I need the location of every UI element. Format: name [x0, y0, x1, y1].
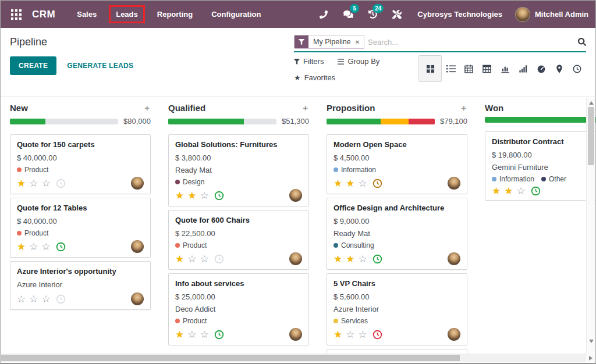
- activity-clock-icon[interactable]: [372, 254, 382, 264]
- priority-star[interactable]: ★: [187, 191, 196, 201]
- facet-remove-icon[interactable]: ✕: [355, 35, 364, 48]
- column-progressbar[interactable]: [168, 119, 276, 124]
- kanban-card[interactable]: Distributor Contract $ 19,800.00 Gemini …: [485, 131, 595, 201]
- activity-clock-icon[interactable]: [214, 191, 224, 201]
- activity-clock-icon[interactable]: [56, 242, 66, 252]
- activity-clock-icon[interactable]: [531, 186, 541, 196]
- priority-star[interactable]: ☆: [187, 330, 196, 340]
- priority-star[interactable]: ★: [175, 254, 184, 264]
- debug-tools-button[interactable]: [387, 6, 407, 23]
- apps-menu-icon[interactable]: [9, 7, 24, 22]
- priority-star[interactable]: ★: [17, 179, 26, 188]
- messages-button[interactable]: 5: [338, 6, 358, 23]
- column-progressbar[interactable]: [10, 119, 118, 124]
- priority-star[interactable]: ★: [334, 179, 342, 188]
- scrollbar-corner[interactable]: [586, 354, 595, 362]
- kanban-card[interactable]: Quote for 12 Tables $ 40,000.00 Product …: [10, 198, 151, 258]
- nav-item-leads[interactable]: Leads: [109, 5, 145, 23]
- activity-clock-icon[interactable]: [56, 294, 66, 304]
- generate-leads-button[interactable]: GENERATE LEADS: [67, 62, 133, 70]
- priority-star[interactable]: ★: [346, 254, 354, 264]
- priority-star[interactable]: ★: [504, 186, 513, 196]
- priority-star[interactable]: ★: [334, 254, 342, 264]
- scroll-down-arrow[interactable]: [589, 340, 594, 343]
- priority-star[interactable]: ★: [492, 186, 501, 196]
- kanban-card[interactable]: Office Design and Architecture $ 9,000.0…: [327, 198, 467, 270]
- quick-add-button[interactable]: +: [460, 103, 467, 113]
- create-button[interactable]: CREATE: [10, 56, 56, 75]
- priority-star[interactable]: ☆: [346, 330, 354, 340]
- priority-star[interactable]: ☆: [17, 294, 26, 304]
- scroll-up-arrow[interactable]: [589, 101, 594, 105]
- scroll-right-arrow[interactable]: [589, 356, 593, 361]
- view-map-button[interactable]: [550, 55, 568, 82]
- progress-segment[interactable]: [485, 117, 595, 123]
- view-list-button[interactable]: [442, 55, 460, 82]
- view-calendar-button[interactable]: [460, 55, 478, 82]
- priority-star[interactable]: ☆: [359, 330, 367, 340]
- kanban-card[interactable]: Modern Open Space $ 4,500.00 Information…: [327, 134, 467, 194]
- company-switcher[interactable]: Cybrosys Technologies: [417, 10, 502, 19]
- vertical-scroll-thumb[interactable]: [588, 107, 594, 165]
- activity-clock-icon[interactable]: [214, 254, 224, 264]
- phone-button[interactable]: [314, 6, 334, 23]
- priority-star[interactable]: ☆: [200, 330, 209, 340]
- horizontal-scrollbar[interactable]: [1, 354, 587, 362]
- vertical-scrollbar[interactable]: [586, 98, 595, 355]
- view-activity-button[interactable]: [568, 55, 586, 82]
- priority-star[interactable]: ☆: [200, 254, 209, 264]
- user-menu[interactable]: Mitchell Admin: [515, 7, 588, 22]
- priority-star[interactable]: ★: [17, 242, 26, 252]
- activity-clock-icon[interactable]: [56, 179, 66, 188]
- priority-star[interactable]: ☆: [42, 294, 51, 304]
- column-progressbar[interactable]: [485, 117, 595, 123]
- view-pivot-button[interactable]: [478, 55, 496, 82]
- search-icon[interactable]: [578, 38, 586, 46]
- activity-clock-icon[interactable]: [372, 330, 382, 340]
- kanban-card[interactable]: Global Solutions: Furnitures $ 3,800.00 …: [168, 134, 309, 206]
- activity-clock-icon[interactable]: [214, 330, 224, 340]
- priority-star[interactable]: ☆: [517, 186, 526, 196]
- priority-star[interactable]: ☆: [359, 179, 367, 188]
- priority-star[interactable]: ★: [175, 191, 184, 201]
- nav-item-reporting[interactable]: Reporting: [151, 6, 199, 22]
- progress-segment[interactable]: [381, 119, 409, 124]
- priority-star[interactable]: ★: [334, 330, 342, 340]
- quick-add-button[interactable]: +: [143, 103, 151, 113]
- nav-item-configuration[interactable]: Configuration: [205, 6, 267, 22]
- favorites-menu[interactable]: ★ Favorites: [294, 73, 335, 82]
- kanban-card[interactable]: Azure Interior's opportunity Azure Inter…: [10, 261, 151, 310]
- kanban-card[interactable]: Quote for 600 Chairs $ 22,500.00 Product…: [168, 210, 309, 270]
- priority-star[interactable]: ☆: [29, 242, 38, 252]
- kanban-card[interactable]: Info about services $ 25,000.00 Deco Add…: [168, 273, 309, 345]
- search-input[interactable]: [368, 38, 574, 47]
- priority-star[interactable]: ★: [346, 179, 354, 188]
- priority-star[interactable]: ☆: [42, 242, 51, 252]
- activities-button[interactable]: 24: [363, 6, 382, 23]
- filters-menu[interactable]: Filters: [294, 57, 324, 66]
- priority-star[interactable]: ☆: [29, 294, 38, 304]
- priority-star[interactable]: ★: [175, 330, 184, 340]
- progress-segment[interactable]: [327, 119, 381, 124]
- view-dashboard-button[interactable]: [532, 55, 550, 82]
- horizontal-scroll-thumb[interactable]: [1, 355, 460, 361]
- app-brand[interactable]: CRM: [32, 9, 55, 20]
- activity-clock-icon[interactable]: [372, 179, 382, 188]
- priority-star[interactable]: ☆: [187, 254, 196, 264]
- kanban-card[interactable]: Quote for 150 carpets $ 40,000.00 Produc…: [10, 134, 151, 194]
- priority-star[interactable]: ☆: [200, 191, 209, 201]
- view-cohort-button[interactable]: [514, 55, 532, 82]
- priority-star[interactable]: ☆: [359, 254, 367, 264]
- quick-add-button[interactable]: +: [301, 103, 309, 113]
- progress-segment[interactable]: [10, 119, 45, 124]
- priority-star[interactable]: ☆: [42, 179, 51, 188]
- view-kanban-button[interactable]: [418, 55, 442, 82]
- kanban-card[interactable]: 5 VP Chairs $ 5,600.00 Azure Interior Se…: [327, 273, 467, 345]
- nav-item-sales[interactable]: Sales: [70, 6, 103, 22]
- progress-segment[interactable]: [168, 119, 244, 124]
- group-by-menu[interactable]: Group By: [338, 57, 379, 66]
- column-progressbar[interactable]: [327, 119, 435, 124]
- progress-segment[interactable]: [409, 119, 435, 124]
- priority-star[interactable]: ☆: [29, 179, 38, 188]
- view-graph-button[interactable]: [496, 55, 514, 82]
